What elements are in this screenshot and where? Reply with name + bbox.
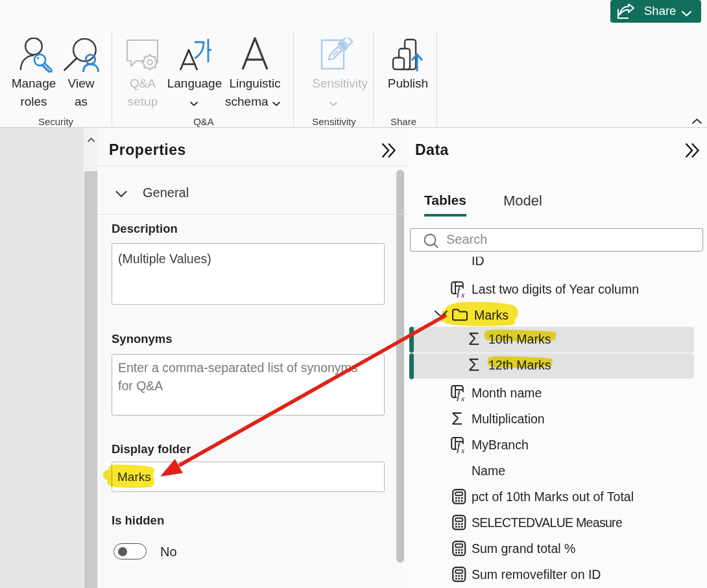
- svg-text:x: x: [461, 290, 465, 298]
- svg-text:x: x: [461, 394, 465, 401]
- svg-text:x: x: [461, 445, 465, 453]
